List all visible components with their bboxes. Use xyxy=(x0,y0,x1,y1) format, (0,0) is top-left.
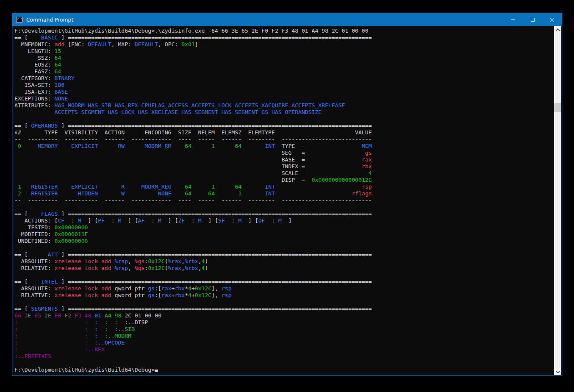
text-run: 65 xyxy=(34,312,41,319)
text-run: M xyxy=(78,217,81,224)
scroll-down-button[interactable] xyxy=(554,368,561,375)
console-line xyxy=(14,272,554,278)
text-run xyxy=(58,143,72,149)
text-run xyxy=(108,319,115,325)
text-run: xrelease lock add xyxy=(55,285,115,292)
text-run: HAS_MODRM HAS_SIB HAS_REX CPUFLAG_ACCESS… xyxy=(55,102,345,108)
text-run: ] [ xyxy=(161,217,178,224)
console-line: F:\Development\GitHub\zydis\Build64\Debu… xyxy=(14,367,554,373)
text-run: A4 xyxy=(105,312,111,319)
text-run: ## TYPE VISIBILITY ACTION ENCODING SIZE … xyxy=(14,129,275,136)
console-line: ABSOLUTE: xrelease lock add qword ptr gs… xyxy=(14,285,554,292)
text-run: I86 xyxy=(55,82,65,88)
console-line: 0 MEMORY EXPLICIT RW MODRM_RM 64 1 64 IN… xyxy=(14,143,554,150)
close-icon xyxy=(549,17,555,22)
text-run xyxy=(14,163,282,170)
text-run: SCALE = xyxy=(282,170,305,176)
text-run: rbx xyxy=(175,285,185,292)
text-run: ISA-SET: xyxy=(14,82,55,88)
console-line: ISA-SET: I86 xyxy=(14,82,554,89)
text-run xyxy=(215,183,235,190)
text-run: 64 xyxy=(208,190,215,197)
console-line: SEG = gs xyxy=(14,150,554,156)
text-run: , xyxy=(181,265,185,271)
text-run xyxy=(21,183,31,190)
text-run xyxy=(275,183,362,190)
text-run: BASE = xyxy=(282,156,305,163)
text-run: ABSOLUTE: xyxy=(14,258,55,264)
text-run: : xyxy=(105,217,118,224)
minimize-button[interactable] xyxy=(503,13,523,26)
text-run: qword ptr xyxy=(115,285,148,292)
text-run xyxy=(191,183,211,190)
text-run: 01 xyxy=(94,312,101,319)
text-run: 48 xyxy=(85,312,92,319)
text-run xyxy=(191,190,208,197)
text-run: OPERANDS xyxy=(31,122,58,129)
text-run: %rbx xyxy=(185,265,198,271)
text-run xyxy=(14,143,18,149)
text-run: CATEGORY: xyxy=(14,75,55,81)
text-run: ( xyxy=(165,258,168,264)
text-run: NONE xyxy=(55,95,68,102)
console-line: MNEMONIC: add [ENC: DEFAULT, MAP: DEFAUL… xyxy=(14,41,554,48)
maximize-button[interactable] xyxy=(523,13,542,26)
console-line: :..PREFIXES xyxy=(14,353,554,360)
text-run: ISA-EXT: xyxy=(14,89,55,95)
text-run xyxy=(14,150,282,156)
text-run: 0x12C xyxy=(195,292,211,298)
text-run: ABSOLUTE: xyxy=(14,285,55,292)
text-run: xrelease lock add xyxy=(55,258,115,264)
console-line: F:\Development\GitHub\zydis\Build64\Debu… xyxy=(14,28,554,34)
text-run: 64 xyxy=(235,183,241,190)
text-run: TYPE = xyxy=(275,143,305,149)
text-run: INT xyxy=(265,143,275,149)
text-run: gs xyxy=(148,292,155,298)
text-run: REGISTER xyxy=(31,183,58,190)
scrollbar[interactable] xyxy=(554,26,561,375)
text-run: xrelease lock add xyxy=(55,265,115,271)
text-run: ACTIONS: [ xyxy=(14,217,58,224)
text-run: ) xyxy=(205,258,208,264)
text-run xyxy=(14,190,18,197)
text-run: rsp xyxy=(222,285,232,292)
text-run xyxy=(172,190,185,197)
text-run: EOSZ: xyxy=(14,61,55,68)
console-line: : : : :..MODRM xyxy=(14,333,554,339)
text-run: RW xyxy=(118,143,125,149)
text-run: [ENC: xyxy=(64,41,88,47)
text-run: 0x01 xyxy=(181,41,195,47)
text-run: :..PREFIXES xyxy=(14,353,51,359)
text-run xyxy=(21,312,25,319)
text-run: rbx xyxy=(175,292,185,298)
text-run: BASIC xyxy=(41,34,58,41)
text-run: rsp xyxy=(222,292,232,298)
scroll-up-button[interactable] xyxy=(554,26,561,33)
text-run: == [ xyxy=(14,34,41,41)
text-run: -- --------- ---------- ------ ---------… xyxy=(14,197,282,203)
text-run: M xyxy=(278,217,282,224)
text-run: ] [ xyxy=(81,217,98,224)
scrollbar-thumb[interactable] xyxy=(554,103,561,112)
text-run xyxy=(241,143,265,149)
text-run: BASE xyxy=(55,89,68,95)
text-run: , xyxy=(128,258,135,264)
console-line: MODIFIED: 0x0000011F xyxy=(14,231,554,238)
text-run xyxy=(14,156,282,163)
text-run xyxy=(305,177,312,183)
console-line: DISP = 0x000000000000012C xyxy=(14,177,554,183)
text-run: SEG = xyxy=(282,150,305,156)
text-run: 1 xyxy=(211,143,215,149)
text-run: == [ xyxy=(14,122,31,129)
close-button[interactable] xyxy=(542,13,562,26)
text-run xyxy=(71,312,75,319)
text-run: RELATIVE: xyxy=(14,292,55,298)
console-line: -- --------- ---------- ------ ---------… xyxy=(14,136,554,143)
text-run: --------------------------- xyxy=(282,197,372,203)
text-run: 1 xyxy=(18,183,21,190)
console-output[interactable]: F:\Development\GitHub\zydis\Build64\Debu… xyxy=(13,26,554,375)
text-run xyxy=(18,346,85,353)
text-run: HIDDEN xyxy=(78,190,98,197)
text-run: ] xyxy=(58,211,68,217)
title-bar[interactable]: C:\ Command Prompt xyxy=(12,13,562,26)
